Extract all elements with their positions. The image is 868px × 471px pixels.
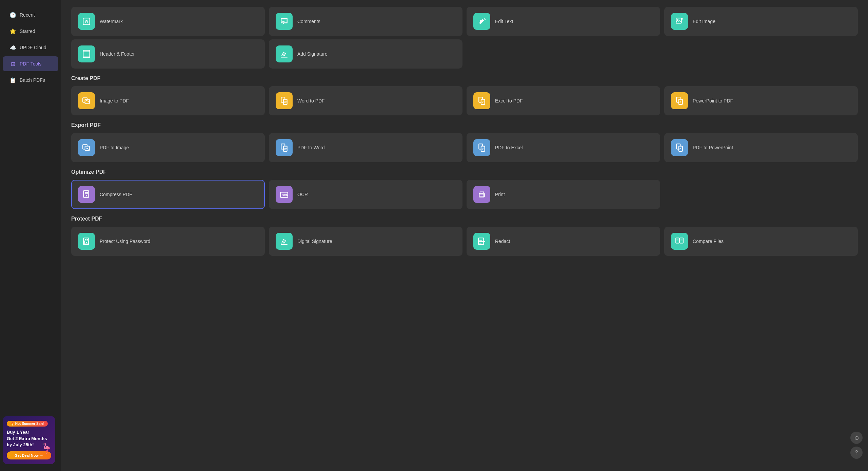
svg-rect-24 — [85, 146, 90, 151]
pdf-to-word-icon: W — [276, 139, 293, 156]
ad-badge: 🔥 Hot Summer Sale! — [7, 421, 48, 427]
tool-pdf-to-ppt[interactable]: P PDF to PowerPoint — [664, 133, 858, 162]
protect-pdf-heading: Protect PDF — [71, 216, 858, 222]
main-content: W Watermark Comments T Edit Text Edit Im… — [61, 0, 868, 471]
protect-password-label: Protect Using Password — [100, 239, 150, 244]
optimize-pdf-grid: Compress PDF OCR OCR Print — [71, 180, 858, 209]
batch-pdfs-icon: 📋 — [9, 77, 16, 83]
sidebar-item-starred-label: Starred — [20, 29, 35, 34]
export-pdf-heading: Export PDF — [71, 122, 858, 128]
pdf-to-image-icon — [78, 139, 95, 156]
svg-rect-48 — [479, 241, 483, 242]
svg-point-41 — [483, 194, 484, 194]
tool-edit-image[interactable]: Edit Image — [664, 7, 858, 36]
svg-rect-8 — [83, 50, 90, 58]
tool-header-footer[interactable]: Header & Footer — [71, 39, 265, 69]
comments-icon — [276, 13, 293, 30]
compare-files-icon — [671, 233, 688, 250]
tool-image-to-pdf[interactable]: Image to PDF — [71, 86, 265, 115]
sidebar-item-cloud-label: UPDF Cloud — [20, 45, 46, 50]
ad-banner: 🔥 Hot Summer Sale! Buy 1 Year Get 2 Extr… — [3, 416, 55, 464]
tool-pdf-to-word[interactable]: W PDF to Word — [269, 133, 462, 162]
create-pdf-grid: Image to PDF W Word to PDF X Excel to PD… — [71, 86, 858, 115]
svg-rect-34 — [83, 191, 88, 197]
tool-protect-password[interactable]: Protect Using Password — [71, 227, 265, 256]
image-to-pdf-icon — [78, 92, 95, 109]
pdf-to-excel-label: PDF to Excel — [495, 145, 523, 150]
svg-text:P: P — [679, 148, 681, 151]
svg-text:X: X — [482, 148, 484, 151]
create-pdf-heading: Create PDF — [71, 75, 858, 81]
redact-label: Redact — [495, 239, 510, 244]
add-signature-icon — [276, 45, 293, 62]
compare-files-label: Compare Files — [693, 239, 724, 244]
pdf-to-ppt-icon: P — [671, 139, 688, 156]
tool-ppt-to-pdf[interactable]: P PowerPoint to PDF — [664, 86, 858, 115]
sidebar-item-pdf-tools[interactable]: ⊞ PDF Tools — [3, 56, 58, 71]
svg-rect-52 — [680, 238, 683, 243]
tool-ocr[interactable]: OCR OCR — [269, 180, 462, 209]
compress-pdf-label: Compress PDF — [100, 192, 132, 197]
print-label: Print — [495, 192, 505, 197]
tool-watermark[interactable]: W Watermark — [71, 7, 265, 36]
pdf-to-ppt-label: PDF to PowerPoint — [693, 145, 733, 150]
svg-text:P: P — [679, 101, 681, 104]
pdf-tools-icon: ⊞ — [9, 60, 16, 67]
comments-label: Comments — [297, 19, 320, 24]
redact-icon — [473, 233, 490, 250]
pdf-to-excel-icon: X — [473, 139, 490, 156]
digital-signature-label: Digital Signature — [297, 239, 332, 244]
sidebar-item-pdf-tools-label: PDF Tools — [20, 61, 41, 67]
starred-icon: ⭐ — [9, 28, 16, 35]
sidebar-item-recent[interactable]: 🕐 Recent — [3, 7, 58, 22]
sidebar-item-starred[interactable]: ⭐ Starred — [3, 24, 58, 39]
svg-text:X: X — [482, 101, 484, 104]
edit-text-icon: T — [473, 13, 490, 30]
sidebar: 🕐 Recent ⭐ Starred ☁️ UPDF Cloud ⊞ PDF T… — [0, 0, 61, 471]
tool-pdf-to-image[interactable]: PDF to Image — [71, 133, 265, 162]
pdf-to-word-label: PDF to Word — [297, 145, 325, 150]
protect-password-icon — [78, 233, 95, 250]
ocr-icon: OCR — [276, 186, 293, 203]
help-button[interactable]: ? — [850, 447, 863, 459]
edit-pdf-grid-row1: W Watermark Comments T Edit Text Edit Im… — [71, 7, 858, 36]
tool-compress-pdf[interactable]: Compress PDF — [71, 180, 265, 209]
tool-digital-signature[interactable]: Digital Signature — [269, 227, 462, 256]
protect-pdf-grid: Protect Using Password Digital Signature… — [71, 227, 858, 256]
watermark-label: Watermark — [100, 19, 123, 24]
svg-text:W: W — [284, 101, 287, 104]
tool-word-to-pdf[interactable]: W Word to PDF — [269, 86, 462, 115]
export-pdf-grid: PDF to Image W PDF to Word X PDF to Exce… — [71, 133, 858, 162]
tool-redact[interactable]: Redact — [467, 227, 660, 256]
tool-compare-files[interactable]: Compare Files — [664, 227, 858, 256]
optimize-pdf-heading: Optimize PDF — [71, 169, 858, 175]
word-to-pdf-label: Word to PDF — [297, 98, 325, 103]
watermark-icon: W — [78, 13, 95, 30]
image-to-pdf-label: Image to PDF — [100, 98, 129, 103]
svg-rect-47 — [479, 240, 482, 241]
header-footer-icon — [78, 45, 95, 62]
compress-pdf-icon — [78, 186, 95, 203]
edit-image-label: Edit Image — [693, 19, 715, 24]
sidebar-item-batch-pdfs[interactable]: 📋 Batch PDFs — [3, 73, 58, 88]
tool-comments[interactable]: Comments — [269, 7, 462, 36]
ocr-label: OCR — [297, 192, 308, 197]
search-button[interactable]: ⊙ — [850, 432, 863, 444]
tool-edit-text[interactable]: T Edit Text — [467, 7, 660, 36]
ad-flamingo: 🦩 — [41, 443, 53, 454]
tool-add-signature[interactable]: Add Signature — [269, 39, 462, 69]
svg-text:W: W — [85, 19, 88, 23]
svg-line-5 — [484, 18, 486, 20]
sidebar-item-updf-cloud[interactable]: ☁️ UPDF Cloud — [3, 40, 58, 55]
tool-print[interactable]: Print — [467, 180, 660, 209]
edit-pdf-grid-row2: Header & Footer Add Signature — [71, 39, 858, 69]
ppt-to-pdf-icon: P — [671, 92, 688, 109]
svg-rect-50 — [482, 241, 485, 242]
recent-icon: 🕐 — [9, 12, 16, 18]
edit-image-icon — [671, 13, 688, 30]
svg-text:OCR: OCR — [281, 193, 288, 197]
tool-pdf-to-excel[interactable]: X PDF to Excel — [467, 133, 660, 162]
tool-excel-to-pdf[interactable]: X Excel to PDF — [467, 86, 660, 115]
add-signature-label: Add Signature — [297, 51, 328, 57]
svg-rect-40 — [480, 195, 484, 196]
